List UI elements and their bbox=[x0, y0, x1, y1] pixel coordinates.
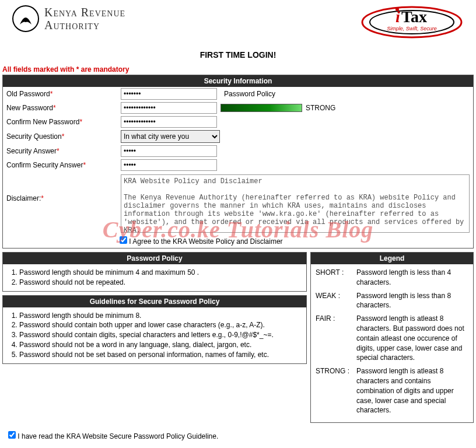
guideline-item-2: Password should contain both upper and l… bbox=[19, 320, 302, 330]
legend-strong-val: Password length is atleast 8 characters … bbox=[356, 366, 468, 415]
guidelines-box: Guidelines for Secure Password Policy Pa… bbox=[2, 295, 307, 364]
security-section-header: Security Information bbox=[3, 75, 473, 87]
password-policy-label: Password Policy bbox=[224, 90, 275, 98]
mandatory-note: All fields marked with * are mandatory bbox=[0, 65, 476, 75]
confirm-security-answer-input[interactable] bbox=[121, 159, 217, 171]
confirm-password-input[interactable] bbox=[121, 116, 217, 128]
kra-logo: Kenya Revenue Authority bbox=[12, 5, 125, 33]
password-strength: STRONG bbox=[220, 104, 335, 112]
guideline-item-4: Password should not be a word in any lan… bbox=[19, 340, 302, 350]
security-answer-label: Security Answer* bbox=[6, 147, 117, 155]
legend-strong-key: STRONG : bbox=[316, 366, 353, 415]
lion-icon bbox=[12, 5, 40, 33]
agree-disclaimer-row: I Agree to the KRA Website Policy and Di… bbox=[3, 235, 473, 248]
legend-fair-key: FAIR : bbox=[316, 314, 353, 363]
disclaimer-label: Disclaimer:* bbox=[6, 174, 117, 202]
security-question-label: Security Question* bbox=[6, 132, 117, 141]
old-password-label: Old Password* bbox=[6, 90, 117, 98]
old-password-input[interactable] bbox=[121, 88, 217, 100]
guideline-item-3: Password should contain digits, special … bbox=[19, 330, 302, 340]
guideline-item-5: Password should not be set based on pers… bbox=[19, 350, 302, 360]
confirm-security-answer-label: Confirm Security Answer* bbox=[6, 161, 117, 169]
password-policy-box: Password Policy Password length should b… bbox=[2, 252, 307, 292]
new-password-input[interactable] bbox=[121, 102, 217, 114]
guideline-check-label: I have read the KRA Website Secure Passw… bbox=[18, 432, 218, 440]
security-information-section: Security Information Old Password* Passw… bbox=[2, 75, 474, 249]
legend-header: Legend bbox=[311, 253, 473, 264]
page-header: Kenya Revenue Authority i Tax Simple, Sw… bbox=[0, 0, 476, 40]
policy-item-1: Password length should be minimum 4 and … bbox=[19, 268, 302, 278]
password-policy-header: Password Policy bbox=[3, 253, 306, 264]
svg-text:Tax: Tax bbox=[401, 8, 427, 26]
security-answer-input[interactable] bbox=[121, 145, 217, 157]
legend-fair-val: Password length is atleast 8 characters.… bbox=[356, 314, 468, 363]
itax-logo: i Tax Simple, Swift, Secure bbox=[359, 5, 464, 40]
agree-disclaimer-label: I Agree to the KRA Website Policy and Di… bbox=[129, 237, 282, 246]
legend-weak-val: Password length is less than 8 character… bbox=[356, 291, 468, 311]
strength-label: STRONG bbox=[306, 104, 335, 112]
legend-weak-key: WEAK : bbox=[316, 291, 353, 311]
page-title: FIRST TIME LOGIN! bbox=[0, 50, 476, 60]
confirm-password-label: Confirm New Password* bbox=[6, 118, 117, 126]
org-name-line2: Authority bbox=[44, 19, 125, 32]
guideline-check-row: I have read the KRA Website Secure Passw… bbox=[2, 428, 474, 444]
org-name-line1: Kenya Revenue bbox=[44, 6, 125, 19]
guidelines-header: Guidelines for Secure Password Policy bbox=[3, 296, 306, 307]
svg-point-5 bbox=[396, 8, 399, 11]
disclaimer-textarea[interactable] bbox=[121, 174, 470, 233]
policy-item-2: Password should not be repeated. bbox=[19, 278, 302, 288]
legend-box: Legend SHORT : Password length is less t… bbox=[310, 252, 474, 423]
legend-short-val: Password length is less than 4 character… bbox=[356, 268, 468, 288]
legend-short-key: SHORT : bbox=[316, 268, 353, 288]
new-password-label: New Password* bbox=[6, 104, 117, 112]
guideline-checkbox[interactable] bbox=[8, 431, 16, 439]
agree-disclaimer-checkbox[interactable] bbox=[120, 236, 127, 244]
guideline-item-1: Password length should be minimum 8. bbox=[19, 311, 302, 321]
strength-bar-icon bbox=[220, 104, 302, 112]
security-question-select[interactable]: In what city were you bbox=[121, 130, 220, 143]
itax-tagline: Simple, Swift, Secure bbox=[387, 26, 437, 32]
